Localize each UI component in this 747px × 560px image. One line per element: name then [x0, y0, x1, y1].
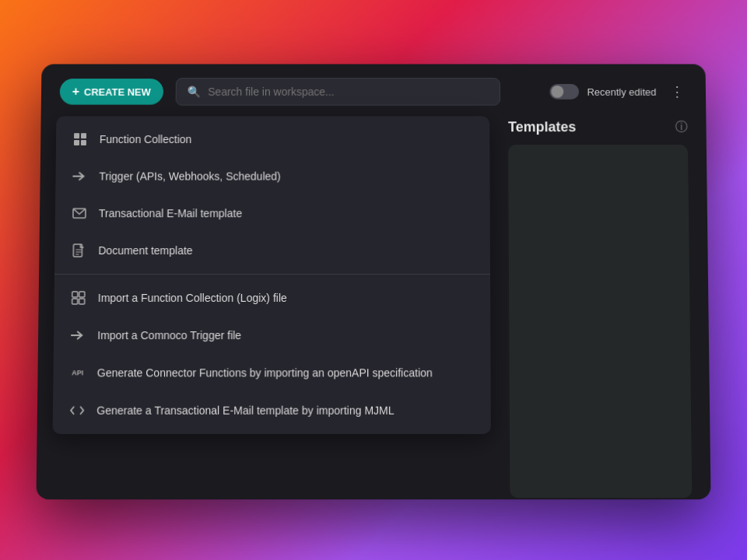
search-bar[interactable]: 🔍: [175, 78, 500, 105]
envelope-icon: [71, 205, 88, 222]
item-label: Document template: [98, 244, 192, 257]
recently-edited-toggle[interactable]: Recently edited: [550, 84, 657, 100]
item-label: Transactional E-Mail template: [99, 207, 242, 219]
app-window: + CREATE NEW 🔍 Recently edited ⋮ s ⓘ: [36, 64, 710, 499]
toggle-switch[interactable]: [550, 84, 580, 100]
templates-area: [508, 145, 692, 498]
document-icon: [70, 242, 87, 259]
item-label: Function Collection: [100, 133, 192, 145]
more-options-icon[interactable]: ⋮: [667, 80, 687, 103]
dropdown-item-import-trigger[interactable]: Import a Comnoco Trigger file: [54, 317, 491, 354]
dropdown-item-import-openapi[interactable]: API Generate Connector Functions by impo…: [53, 354, 490, 391]
dropdown-item-document-template[interactable]: Document template: [54, 232, 490, 269]
create-new-button[interactable]: + CREATE NEW: [60, 79, 163, 105]
right-panel: Templates ⓘ: [489, 116, 710, 498]
item-label: Generate a Transactional E-Mail template…: [96, 404, 394, 417]
main-content: s ⓘ: [36, 116, 710, 498]
dropdown-item-email-template[interactable]: Transactional E-Mail template: [55, 194, 490, 232]
item-label: Trigger (APIs, Webhooks, Scheduled): [99, 170, 280, 183]
templates-info-icon[interactable]: ⓘ: [675, 119, 688, 135]
templates-header: Templates ⓘ: [508, 116, 688, 135]
svg-rect-0: [74, 133, 79, 138]
left-panel: s ⓘ: [36, 116, 491, 498]
svg-rect-2: [74, 140, 79, 145]
dropdown-section-import: Import a Function Collection (Logix) fil…: [53, 275, 491, 434]
templates-title: Templates: [508, 119, 576, 135]
svg-rect-13: [79, 299, 85, 304]
item-label: Import a Function Collection (Logix) fil…: [98, 292, 287, 304]
svg-rect-12: [72, 299, 78, 304]
svg-rect-10: [72, 292, 78, 297]
item-label: Generate Connector Functions by importin…: [97, 366, 433, 379]
dropdown-item-import-logix[interactable]: Import a Function Collection (Logix) fil…: [54, 279, 490, 317]
dropdown-item-trigger[interactable]: Trigger (APIs, Webhooks, Scheduled): [55, 158, 489, 195]
api-icon: API: [69, 364, 86, 381]
search-icon: 🔍: [187, 86, 200, 98]
plus-icon: +: [72, 85, 79, 99]
top-bar: + CREATE NEW 🔍 Recently edited ⋮: [41, 64, 707, 116]
search-input[interactable]: [208, 86, 489, 98]
dropdown-item-function-collection[interactable]: Function Collection: [56, 121, 489, 157]
svg-rect-3: [81, 140, 86, 145]
svg-rect-1: [81, 133, 86, 138]
create-new-label: CREATE NEW: [84, 86, 151, 97]
recently-edited-label: Recently edited: [587, 86, 656, 97]
arrow-right-icon: [71, 168, 88, 185]
arrow-right-icon: [69, 327, 86, 344]
code-icon: [68, 402, 86, 419]
dropdown-section-create: Function Collection Trigger (APIs, Webho…: [54, 116, 490, 275]
grid-icon: [72, 131, 89, 148]
top-right-controls: Recently edited ⋮: [550, 80, 688, 103]
grid-import-icon: [70, 289, 87, 306]
toggle-knob: [552, 86, 564, 98]
svg-rect-11: [79, 292, 85, 297]
dropdown-menu: Function Collection Trigger (APIs, Webho…: [53, 116, 491, 434]
item-label: Import a Comnoco Trigger file: [97, 329, 241, 341]
dropdown-item-import-mjml[interactable]: Generate a Transactional E-Mail template…: [53, 392, 491, 429]
